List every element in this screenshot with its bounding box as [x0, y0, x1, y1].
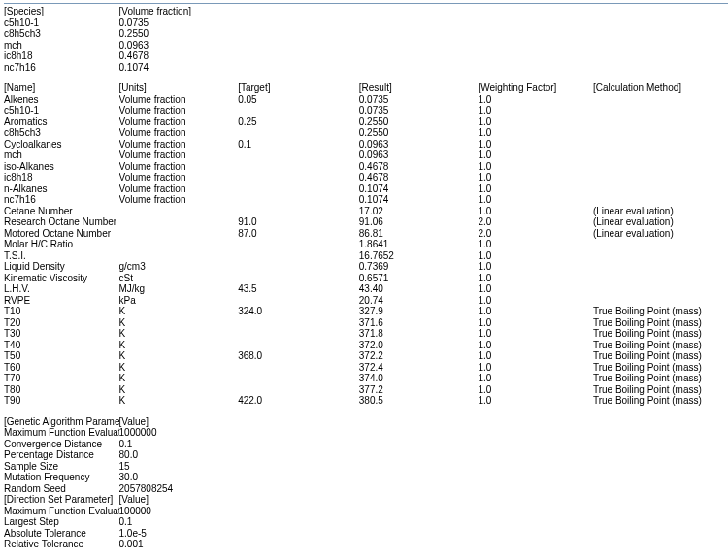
target-wf: 1.0	[478, 139, 593, 150]
pad	[593, 40, 728, 51]
target-wf: 1.0	[478, 283, 593, 295]
pad	[593, 449, 728, 461]
species-vf: 0.2550	[119, 28, 239, 40]
target-units: Volume fraction	[119, 94, 239, 106]
pad	[238, 506, 359, 517]
species-row: c8h5ch30.2550	[4, 28, 728, 40]
target-target	[238, 373, 359, 384]
target-result: 0.0735	[359, 94, 479, 106]
pad	[359, 416, 479, 428]
ds-row: Maximum Function Evaluations100000	[4, 506, 728, 517]
target-units: Volume fraction	[119, 116, 239, 128]
target-target	[238, 317, 359, 329]
pad	[359, 439, 479, 450]
target-name: T20	[4, 317, 119, 329]
target-wf: 1.0	[478, 116, 593, 128]
target-target	[238, 183, 359, 195]
target-units	[119, 228, 239, 240]
pad	[478, 506, 593, 517]
target-name: T70	[4, 373, 119, 384]
pad	[238, 539, 359, 550]
ds-row: Relative Tolerance0.001	[4, 539, 728, 550]
target-result: 0.1074	[359, 194, 479, 206]
targets-row: T80K377.21.0True Boiling Point (mass)	[4, 384, 728, 396]
target-target	[238, 261, 359, 273]
target-wf: 1.0	[478, 239, 593, 250]
pad	[478, 449, 593, 461]
target-method	[593, 161, 728, 173]
ga-value: 0.1	[119, 439, 239, 450]
target-wf: 1.0	[478, 172, 593, 183]
col-3: [Result]	[359, 82, 479, 94]
pad	[478, 483, 593, 495]
target-method	[593, 250, 728, 262]
pad	[238, 461, 359, 473]
target-target	[238, 273, 359, 284]
target-units: Volume fraction	[119, 139, 239, 150]
ga-value: 80.0	[119, 449, 239, 461]
ga-row: Random Seed2057808254	[4, 483, 728, 495]
target-name: RVPE	[4, 295, 119, 307]
target-method: True Boiling Point (mass)	[593, 328, 728, 340]
target-result: 0.0963	[359, 139, 479, 150]
target-target: 87.0	[238, 228, 359, 240]
targets-row: T50K368.0372.21.0True Boiling Point (mas…	[4, 350, 728, 362]
targets-row: T40K372.01.0True Boiling Point (mass)	[4, 340, 728, 351]
target-units: Volume fraction	[119, 183, 239, 195]
target-wf: 1.0	[478, 328, 593, 340]
target-method	[593, 116, 728, 128]
target-target	[238, 384, 359, 396]
target-wf: 1.0	[478, 340, 593, 351]
col-ga-param: [Genetic Algorithm Parameter]	[4, 416, 119, 428]
targets-row: Research Octane Number91.091.062.0(Linea…	[4, 216, 728, 228]
target-method	[593, 172, 728, 183]
target-wf: 1.0	[478, 362, 593, 374]
pad	[359, 6, 479, 17]
target-name: Kinematic Viscosity	[4, 273, 119, 284]
pad	[478, 427, 593, 439]
pad	[238, 6, 359, 17]
targets-row: mchVolume fraction0.09631.0	[4, 149, 728, 161]
target-units: Volume fraction	[119, 172, 239, 183]
pad	[593, 483, 728, 495]
target-target: 0.05	[238, 94, 359, 106]
species-name: nc7h16	[4, 62, 119, 74]
target-units: Volume fraction	[119, 105, 239, 116]
target-units: K	[119, 395, 239, 407]
target-method: (Linear evaluation)	[593, 228, 728, 240]
species-row: c5h10-10.0735	[4, 17, 728, 29]
pad	[478, 472, 593, 483]
target-target	[238, 127, 359, 139]
target-wf: 1.0	[478, 395, 593, 407]
target-method: True Boiling Point (mass)	[593, 340, 728, 351]
target-target	[238, 161, 359, 173]
pad	[593, 506, 728, 517]
target-target: 91.0	[238, 216, 359, 228]
target-method: True Boiling Point (mass)	[593, 384, 728, 396]
pad	[478, 17, 593, 29]
pad	[238, 472, 359, 483]
target-wf: 1.0	[478, 261, 593, 273]
ds-name: Maximum Function Evaluations	[4, 506, 119, 517]
target-result: 374.0	[359, 373, 479, 384]
target-target: 43.5	[238, 283, 359, 295]
target-wf: 2.0	[478, 216, 593, 228]
ga-value: 15	[119, 461, 239, 473]
target-wf: 1.0	[478, 127, 593, 139]
col-4: [Weighting Factor]	[478, 82, 593, 94]
ga-row: Percentage Distance80.0	[4, 449, 728, 461]
target-result: 16.7652	[359, 250, 479, 262]
pad	[478, 28, 593, 40]
species-name: c8h5ch3	[4, 28, 119, 40]
species-row: nc7h160.1074	[4, 62, 728, 74]
col-0: [Name]	[4, 82, 119, 94]
pad	[593, 494, 728, 506]
targets-row: L.H.V.MJ/kg43.543.401.0	[4, 283, 728, 295]
target-units: Volume fraction	[119, 127, 239, 139]
target-name: L.H.V.	[4, 283, 119, 295]
pad	[593, 472, 728, 483]
target-result: 0.4678	[359, 161, 479, 173]
ds-row: Absolute Tolerance1.0e-5	[4, 528, 728, 540]
ga-value: 2057808254	[119, 483, 239, 495]
target-method	[593, 105, 728, 116]
